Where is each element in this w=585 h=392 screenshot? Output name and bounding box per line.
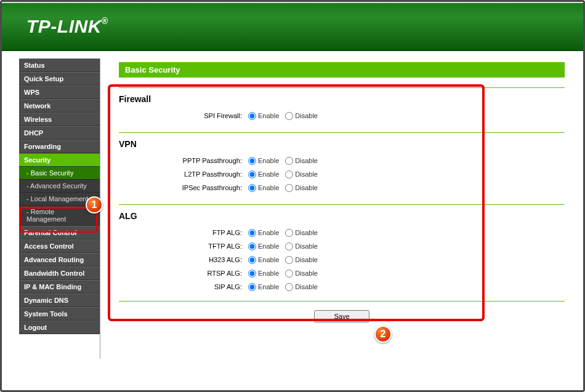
radio-input-rtsp-enable[interactable] (248, 270, 256, 278)
sidebar-item-advanced-routing[interactable]: Advanced Routing (19, 253, 100, 266)
main-panel: Basic Security Firewall SPI Firewall: En… (100, 51, 583, 390)
radio-rtsp-disable[interactable]: Disable (285, 270, 318, 278)
radio-l2tp-disable[interactable]: Disable (285, 170, 318, 178)
section-vpn: VPN PPTP Passthrough: Enable Disable L2T… (119, 132, 565, 194)
radio-input-tftp-enable[interactable] (248, 242, 256, 250)
radio-input-spi-disable[interactable] (285, 112, 293, 120)
radio-tftp-enable[interactable]: Enable (248, 242, 279, 250)
section-alg: ALG FTP ALG: Enable Disable TFTP ALG: En… (119, 204, 565, 294)
sidebar-item-wps[interactable]: WPS (19, 86, 100, 99)
radio-ftp-disable[interactable]: Disable (285, 229, 318, 237)
radio-tftp-disable[interactable]: Disable (285, 242, 318, 250)
radio-input-h323-enable[interactable] (248, 256, 256, 264)
label-ipsec: IPSec Passthrough: (119, 184, 248, 191)
row-ftp-alg: FTP ALG: Enable Disable (119, 226, 565, 239)
radio-sip-disable[interactable]: Disable (285, 283, 318, 291)
label-h323-alg: H323 ALG: (119, 256, 248, 263)
label-spi-firewall: SPI Firewall: (119, 112, 248, 119)
radio-h323-disable[interactable]: Disable (285, 256, 318, 264)
row-spi-firewall: SPI Firewall: Enable Disable (119, 109, 565, 122)
header-banner: TP-LINK® (2, 2, 583, 51)
row-tftp-alg: TFTP ALG: Enable Disable (119, 239, 565, 253)
sidebar-inner: Status Quick Setup WPS Network Wireless … (19, 58, 100, 359)
section-vpn-title: VPN (119, 137, 565, 154)
radio-input-ftp-disable[interactable] (285, 229, 293, 237)
sidebar-item-logout[interactable]: Logout (19, 321, 100, 334)
page-title: Basic Security (119, 62, 565, 78)
sidebar-sub-advanced-security[interactable]: - Advanced Security (19, 180, 100, 193)
radio-input-l2tp-disable[interactable] (285, 170, 293, 178)
row-rtsp-alg: RTSP ALG: Enable Disable (119, 266, 565, 280)
sidebar-item-access-control[interactable]: Access Control (19, 239, 100, 253)
radio-input-pptp-enable[interactable] (248, 157, 256, 165)
save-button[interactable]: Save (314, 310, 369, 322)
sidebar-sub-remote-management[interactable]: - Remote Management (19, 206, 100, 226)
save-row: Save (119, 310, 565, 322)
radio-ftp-enable[interactable]: Enable (248, 229, 279, 237)
label-sip-alg: SIP ALG: (119, 283, 248, 290)
radio-pptp-enable[interactable]: Enable (248, 157, 279, 165)
radio-input-rtsp-disable[interactable] (285, 270, 293, 278)
brand-reg: ® (102, 16, 108, 26)
sidebar-item-system-tools[interactable]: System Tools (19, 307, 100, 321)
radio-input-ftp-enable[interactable] (248, 229, 256, 237)
radio-input-pptp-disable[interactable] (285, 157, 293, 165)
sidebar-item-wireless[interactable]: Wireless (19, 113, 100, 126)
sidebar-item-ip-mac-binding[interactable]: IP & MAC Binding (19, 280, 100, 294)
radio-input-tftp-disable[interactable] (285, 242, 293, 250)
label-pptp: PPTP Passthrough: (119, 157, 248, 164)
sidebar-item-forwarding[interactable]: Forwarding (19, 140, 100, 153)
row-ipsec: IPSec Passthrough: Enable Disable (119, 181, 565, 194)
radio-input-ipsec-disable[interactable] (285, 184, 293, 192)
radio-h323-enable[interactable]: Enable (248, 256, 279, 264)
sidebar-item-status[interactable]: Status (19, 58, 100, 72)
brand-name: TP-LINK (26, 16, 102, 36)
radio-rtsp-enable[interactable]: Enable (248, 270, 279, 278)
label-rtsp-alg: RTSP ALG: (119, 270, 248, 277)
content-row: Status Quick Setup WPS Network Wireless … (2, 51, 583, 390)
divider (119, 301, 565, 302)
radio-input-h323-disable[interactable] (285, 256, 293, 264)
radio-input-sip-disable[interactable] (285, 283, 293, 291)
brand-logo: TP-LINK® (26, 16, 108, 37)
radio-l2tp-enable[interactable]: Enable (248, 170, 279, 178)
label-tftp-alg: TFTP ALG: (119, 242, 248, 250)
section-firewall-title: Firewall (119, 92, 565, 109)
sidebar-item-dhcp[interactable]: DHCP (19, 126, 100, 140)
radio-spi-enable[interactable]: Enable (248, 112, 279, 120)
radio-spi-disable[interactable]: Disable (285, 112, 318, 120)
app-window: TP-LINK® Status Quick Setup WPS Network … (0, 0, 585, 392)
sidebar-item-security[interactable]: Security (19, 153, 100, 167)
sidebar-item-dynamic-dns[interactable]: Dynamic DNS (19, 294, 100, 307)
radio-ipsec-disable[interactable]: Disable (285, 184, 318, 192)
sidebar-sub-local-management[interactable]: - Local Management (19, 193, 100, 206)
row-sip-alg: SIP ALG: Enable Disable (119, 280, 565, 294)
radio-sip-enable[interactable]: Enable (248, 283, 279, 291)
sidebar-item-quick-setup[interactable]: Quick Setup (19, 72, 100, 86)
section-firewall: Firewall SPI Firewall: Enable Disable (119, 87, 565, 122)
radio-input-l2tp-enable[interactable] (248, 170, 256, 178)
label-ftp-alg: FTP ALG: (119, 229, 248, 236)
sidebar: Status Quick Setup WPS Network Wireless … (2, 51, 100, 390)
section-alg-title: ALG (119, 209, 565, 226)
radio-pptp-disable[interactable]: Disable (285, 157, 318, 165)
label-l2tp: L2TP Passthrough: (119, 170, 248, 178)
radio-input-spi-enable[interactable] (248, 112, 256, 120)
row-pptp: PPTP Passthrough: Enable Disable (119, 154, 565, 167)
sidebar-item-bandwidth-control[interactable]: Bandwidth Control (19, 266, 100, 280)
row-h323-alg: H323 ALG: Enable Disable (119, 253, 565, 266)
sidebar-item-network[interactable]: Network (19, 99, 100, 113)
sidebar-item-parental-control[interactable]: Parental Control (19, 226, 100, 239)
sidebar-sub-basic-security[interactable]: - Basic Security (19, 167, 100, 180)
radio-ipsec-enable[interactable]: Enable (248, 184, 279, 192)
radio-input-ipsec-enable[interactable] (248, 184, 256, 192)
row-l2tp: L2TP Passthrough: Enable Disable (119, 167, 565, 181)
radio-input-sip-enable[interactable] (248, 283, 256, 291)
